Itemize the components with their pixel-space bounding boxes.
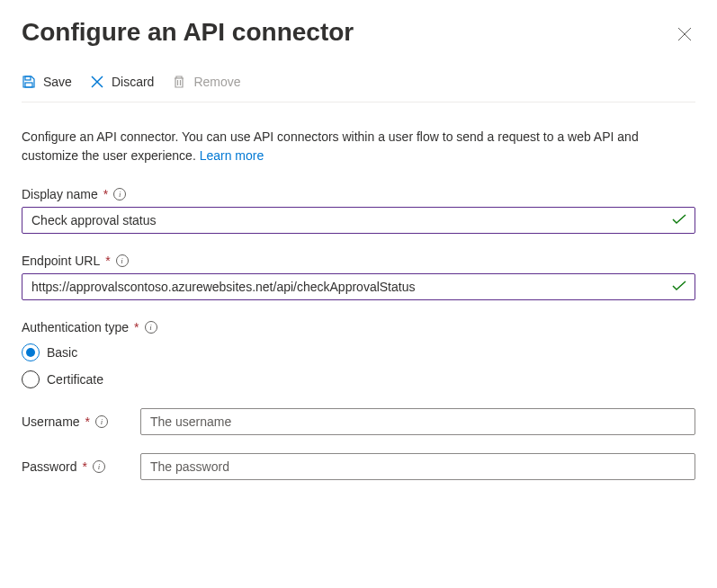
auth-type-basic-label: Basic <box>47 345 77 360</box>
password-input[interactable] <box>140 453 695 480</box>
discard-icon <box>90 75 104 89</box>
check-icon <box>672 280 686 294</box>
auth-type-certificate-label: Certificate <box>47 372 103 387</box>
remove-button: Remove <box>172 73 240 91</box>
required-indicator: * <box>105 254 110 268</box>
learn-more-link[interactable]: Learn more <box>200 148 264 163</box>
endpoint-url-label: Endpoint URL <box>22 254 100 268</box>
discard-button[interactable]: Discard <box>90 73 154 91</box>
info-icon[interactable]: i <box>95 415 108 428</box>
svg-rect-3 <box>25 83 32 87</box>
discard-label: Discard <box>112 75 154 89</box>
username-input[interactable] <box>140 408 695 435</box>
svg-rect-2 <box>25 76 31 80</box>
username-label: Username <box>22 414 80 429</box>
radio-icon <box>22 343 40 361</box>
close-icon <box>677 27 692 41</box>
required-indicator: * <box>82 459 86 474</box>
auth-type-certificate-radio[interactable]: Certificate <box>22 370 695 388</box>
radio-icon <box>22 370 40 388</box>
required-indicator: * <box>134 320 139 334</box>
save-label: Save <box>43 75 72 89</box>
info-icon[interactable]: i <box>93 460 105 473</box>
required-indicator: * <box>103 187 108 201</box>
info-icon[interactable]: i <box>113 188 126 200</box>
password-label: Password <box>22 459 76 474</box>
check-icon <box>672 213 686 227</box>
save-button[interactable]: Save <box>22 73 72 91</box>
toolbar: Save Discard Remove <box>22 73 695 102</box>
page-title: Configure an API connector <box>22 18 354 47</box>
trash-icon <box>172 75 186 89</box>
save-icon <box>22 75 36 89</box>
required-indicator: * <box>85 414 90 429</box>
display-name-label: Display name <box>22 187 98 201</box>
auth-type-basic-radio[interactable]: Basic <box>22 343 695 361</box>
info-icon[interactable]: i <box>116 254 129 267</box>
remove-label: Remove <box>193 75 240 89</box>
display-name-input[interactable] <box>22 207 695 234</box>
auth-type-label: Authentication type <box>22 320 129 334</box>
description-text: Configure an API connector. You can use … <box>22 128 695 165</box>
info-icon[interactable]: i <box>145 321 157 334</box>
endpoint-url-input[interactable] <box>22 273 695 300</box>
close-button[interactable] <box>674 23 695 48</box>
